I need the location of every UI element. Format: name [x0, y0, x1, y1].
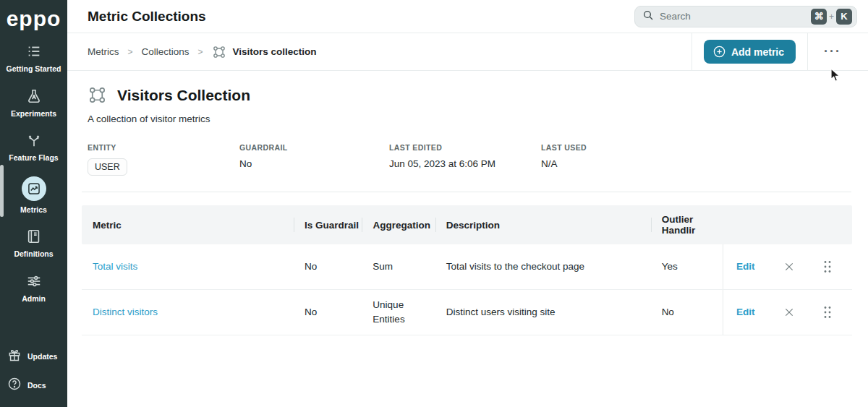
- add-metric-button[interactable]: Add metric: [704, 40, 796, 64]
- search-box[interactable]: ⌘ + K: [634, 6, 857, 27]
- drag-handle[interactable]: [823, 260, 832, 273]
- sidebar-item-docs[interactable]: Docs: [7, 371, 67, 400]
- sidebar-item-label: Definitions: [14, 250, 53, 259]
- column-header-aggregation: Aggregation: [362, 205, 435, 244]
- k-key-badge: K: [836, 9, 852, 25]
- top-header: Metric Collections ⌘ + K: [67, 0, 868, 33]
- shortcut-plus: +: [829, 12, 834, 22]
- chart-icon: [27, 181, 41, 196]
- meta-label-guardrail: GUARDRAIL: [239, 143, 389, 152]
- collection-detail: Visitors Collection A collection of visi…: [67, 71, 868, 335]
- sidebar-bottom: Updates Docs: [0, 342, 67, 407]
- cell-is-guardrail: No: [294, 290, 362, 335]
- search-icon: [642, 9, 654, 24]
- drag-handle[interactable]: [823, 306, 832, 319]
- sidebar-item-label: Updates: [27, 352, 57, 361]
- drag-dots-icon: [823, 306, 832, 319]
- table-row: Distinct visitors No Unique Entities Dis…: [82, 290, 852, 335]
- sidebar-item-label: Admin: [22, 295, 46, 304]
- cell-outlier-handling: No: [651, 290, 723, 335]
- meta-label-last-used: LAST USED: [541, 143, 671, 152]
- table-header-row: Metric Is Guardrail Aggregation Descript…: [82, 205, 852, 244]
- sidebar-item-getting-started[interactable]: Getting Started: [0, 36, 67, 81]
- cell-description: Total visits to the checkout page: [435, 244, 651, 289]
- breadcrumb-actions: Add metric ···: [692, 33, 857, 70]
- close-icon: [783, 261, 795, 273]
- table-row: Total visits No Sum Total visits to the …: [82, 244, 852, 290]
- main-area: Metric Collections ⌘ + K Metrics > Colle…: [67, 0, 868, 407]
- row-actions: Edit: [723, 244, 852, 289]
- breadcrumb-separator: >: [128, 47, 133, 57]
- sidebar-item-updates[interactable]: Updates: [7, 342, 67, 371]
- page-title: Metric Collections: [88, 9, 206, 25]
- sidebar-item-label: Feature Flags: [9, 154, 58, 163]
- edit-button[interactable]: Edit: [736, 305, 755, 320]
- collection-icon: [88, 85, 107, 105]
- column-header-outlier-handling: Outlier Handlir: [651, 205, 723, 244]
- sidebar-scroll-indicator: [0, 165, 4, 217]
- remove-button[interactable]: [783, 261, 795, 273]
- flask-icon: [25, 87, 43, 105]
- gift-icon: [7, 348, 22, 365]
- collection-meta: ENTITY USER GUARDRAIL No LAST EDITED Jun…: [88, 143, 857, 176]
- cell-is-guardrail: No: [294, 244, 362, 289]
- entity-badge: USER: [88, 158, 127, 176]
- cell-aggregation: Sum: [362, 244, 435, 289]
- sliders-icon: [25, 273, 43, 290]
- breadcrumb-current: Visitors collection: [212, 45, 317, 59]
- sidebar-item-admin[interactable]: Admin: [0, 266, 67, 311]
- divider: [82, 192, 851, 192]
- sidebar: eppo Getting Started Experiments: [0, 0, 67, 407]
- column-header-is-guardrail: Is Guardrail: [294, 205, 362, 244]
- more-options-button[interactable]: ···: [808, 44, 857, 59]
- branch-icon: [25, 132, 43, 149]
- sidebar-item-label: Docs: [27, 381, 46, 390]
- eppo-logo[interactable]: eppo: [7, 3, 61, 35]
- breadcrumb-metrics[interactable]: Metrics: [88, 46, 119, 57]
- question-circle-icon: [7, 377, 22, 394]
- divider: [692, 33, 692, 71]
- plus-circle-icon: [712, 45, 726, 59]
- meta-label-last-edited: LAST EDITED: [389, 143, 541, 152]
- sidebar-item-feature-flags[interactable]: Feature Flags: [0, 125, 67, 170]
- row-actions: Edit: [723, 290, 852, 335]
- cell-aggregation: Unique Entities: [362, 290, 435, 335]
- sidebar-item-experiments[interactable]: Experiments: [0, 81, 67, 126]
- cell-description: Distinct users visiting site: [435, 290, 651, 335]
- meta-value-guardrail: No: [239, 158, 389, 169]
- close-icon: [783, 307, 795, 318]
- active-item-highlight: [22, 176, 46, 201]
- search-input[interactable]: [660, 11, 811, 22]
- cmd-key-badge: ⌘: [811, 9, 827, 25]
- metrics-table: Metric Is Guardrail Aggregation Descript…: [82, 205, 852, 335]
- drag-dots-icon: [823, 260, 832, 273]
- metric-link-distinct-visitors[interactable]: Distinct visitors: [93, 305, 158, 320]
- meta-value-last-used: N/A: [541, 158, 671, 169]
- sidebar-item-label: Metrics: [20, 206, 47, 215]
- column-header-description: Description: [435, 205, 651, 244]
- book-icon: [25, 228, 43, 245]
- metric-link-total-visits[interactable]: Total visits: [93, 260, 137, 274]
- remove-button[interactable]: [783, 307, 795, 318]
- collection-icon: [212, 45, 226, 59]
- cell-outlier-handling: Yes: [651, 244, 723, 289]
- column-header-metric: Metric: [82, 205, 294, 244]
- list-icon: [25, 43, 43, 60]
- meta-label-entity: ENTITY: [88, 143, 239, 152]
- sidebar-nav: Getting Started Experiments Feature Flag…: [0, 36, 67, 310]
- sidebar-item-label: Experiments: [11, 110, 56, 119]
- column-header-actions: [723, 205, 852, 244]
- sidebar-item-definitions[interactable]: Definitions: [0, 221, 67, 266]
- collection-description: A collection of visitor metrics: [88, 113, 857, 124]
- edit-button[interactable]: Edit: [736, 260, 755, 274]
- sidebar-item-label: Getting Started: [7, 65, 61, 74]
- sidebar-item-metrics[interactable]: Metrics: [0, 170, 67, 222]
- meta-value-last-edited: Jun 05, 2023 at 6:06 PM: [389, 158, 541, 169]
- collection-title: Visitors Collection: [117, 87, 250, 104]
- breadcrumb-separator: >: [198, 47, 203, 57]
- breadcrumb-bar: Metrics > Collections > Visitors collect…: [67, 33, 868, 71]
- breadcrumb-collections[interactable]: Collections: [142, 46, 190, 57]
